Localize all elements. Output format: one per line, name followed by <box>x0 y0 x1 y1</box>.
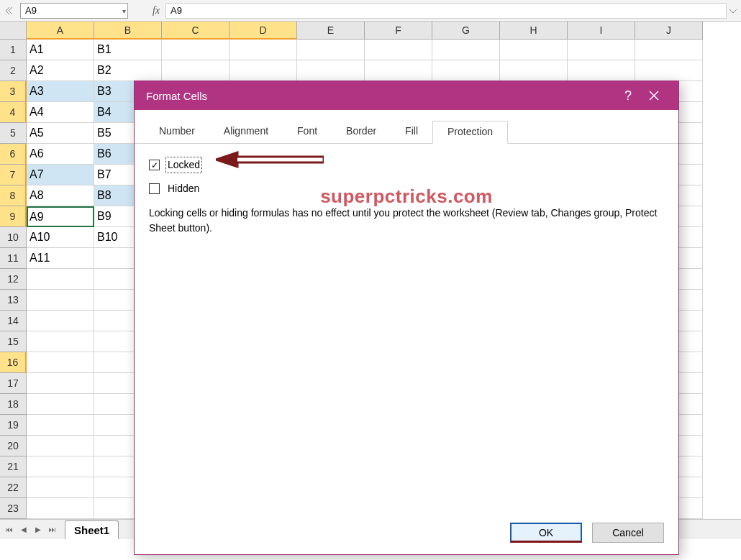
row-header-10[interactable]: 10 <box>0 227 27 248</box>
row-header-6[interactable]: 6 <box>0 144 27 165</box>
dialog-help-button[interactable]: ? <box>615 88 641 104</box>
cell-E1[interactable] <box>297 40 365 60</box>
cell-D2[interactable] <box>229 60 297 81</box>
row-header-2[interactable]: 2 <box>0 60 27 81</box>
locked-checkbox[interactable] <box>149 160 160 170</box>
row-header-9[interactable]: 9 <box>0 206 27 227</box>
cell-C1[interactable] <box>162 40 229 60</box>
cell-A15[interactable] <box>27 331 94 352</box>
cell-A22[interactable] <box>27 477 94 498</box>
row-header-17[interactable]: 17 <box>0 373 27 394</box>
cell-I2[interactable] <box>568 60 635 81</box>
tab-protection[interactable]: Protection <box>432 121 508 144</box>
hidden-checkbox[interactable] <box>149 183 160 194</box>
row-header-15[interactable]: 15 <box>0 331 27 352</box>
cell-A2[interactable]: A2 <box>27 60 94 81</box>
cell-A16[interactable] <box>27 352 94 373</box>
cell-A13[interactable] <box>27 290 94 311</box>
column-header-H[interactable]: H <box>500 22 568 40</box>
cell-A5[interactable]: A5 <box>27 123 94 144</box>
sheet-nav-first-icon[interactable]: ⏮ <box>3 523 16 536</box>
cell-A14[interactable] <box>27 311 94 331</box>
hidden-label[interactable]: Hidden <box>165 180 201 197</box>
row-header-7[interactable]: 7 <box>0 165 27 185</box>
sheet-nav-prev-icon[interactable]: ◀ <box>17 523 30 536</box>
cell-A4[interactable]: A4 <box>27 102 94 123</box>
row-header-23[interactable]: 23 <box>0 498 27 519</box>
cell-A21[interactable] <box>27 456 94 477</box>
cell-H1[interactable] <box>500 40 568 60</box>
cell-A6[interactable]: A6 <box>27 144 94 165</box>
fx-icon[interactable]: fx <box>153 5 160 17</box>
cell-A9[interactable]: A9 <box>27 206 94 227</box>
cell-J1[interactable] <box>635 40 703 60</box>
column-header-A[interactable]: A <box>27 22 94 40</box>
column-header-E[interactable]: E <box>297 22 365 40</box>
select-all-corner[interactable] <box>0 22 27 40</box>
ok-button[interactable]: OK <box>510 523 582 543</box>
tab-alignment[interactable]: Alignment <box>209 121 283 144</box>
row-header-8[interactable]: 8 <box>0 185 27 206</box>
row-header-19[interactable]: 19 <box>0 415 27 436</box>
tab-number[interactable]: Number <box>145 121 209 144</box>
row-header-16[interactable]: 16 <box>0 352 27 373</box>
row-header-1[interactable]: 1 <box>0 40 27 60</box>
cell-H2[interactable] <box>500 60 568 81</box>
row-header-18[interactable]: 18 <box>0 394 27 415</box>
cell-A12[interactable] <box>27 269 94 290</box>
column-header-J[interactable]: J <box>635 22 703 40</box>
formula-bar-expand-icon[interactable] <box>727 3 740 19</box>
tab-fill[interactable]: Fill <box>391 121 432 144</box>
column-header-D[interactable]: D <box>229 22 297 40</box>
cancel-button[interactable]: Cancel <box>592 523 664 543</box>
cell-A10[interactable]: A10 <box>27 227 94 248</box>
dialog-title-bar[interactable]: Format Cells ? <box>135 81 678 110</box>
cell-A8[interactable]: A8 <box>27 185 94 206</box>
locked-label[interactable]: Locked <box>165 157 202 173</box>
row-header-4[interactable]: 4 <box>0 102 27 123</box>
cell-G2[interactable] <box>432 60 500 81</box>
cell-E2[interactable] <box>297 60 365 81</box>
cell-D1[interactable] <box>229 40 297 60</box>
cell-A1[interactable]: A1 <box>27 40 94 60</box>
column-header-G[interactable]: G <box>432 22 500 40</box>
cell-J2[interactable] <box>635 60 703 81</box>
cell-A7[interactable]: A7 <box>27 165 94 185</box>
sheet-nav-last-icon[interactable]: ⏭ <box>46 523 59 536</box>
cell-F1[interactable] <box>365 40 432 60</box>
row-header-22[interactable]: 22 <box>0 477 27 498</box>
column-header-I[interactable]: I <box>568 22 635 40</box>
formula-input[interactable]: A9 <box>165 3 727 19</box>
column-header-B[interactable]: B <box>94 22 162 40</box>
cell-G1[interactable] <box>432 40 500 60</box>
dialog-close-button[interactable] <box>641 91 667 101</box>
cell-I1[interactable] <box>568 40 635 60</box>
column-header-C[interactable]: C <box>162 22 229 40</box>
row-header-14[interactable]: 14 <box>0 311 27 331</box>
tab-border[interactable]: Border <box>332 121 391 144</box>
cell-B1[interactable]: B1 <box>94 40 162 60</box>
cell-F2[interactable] <box>365 60 432 81</box>
tab-font[interactable]: Font <box>283 121 332 144</box>
cell-A23[interactable] <box>27 498 94 519</box>
name-box[interactable]: A9 ▾ <box>20 3 128 19</box>
row-header-5[interactable]: 5 <box>0 123 27 144</box>
sheet-nav-next-icon[interactable]: ▶ <box>32 523 45 536</box>
cell-C2[interactable] <box>162 60 229 81</box>
name-box-dropdown-icon[interactable]: ▾ <box>122 6 126 14</box>
row-header-11[interactable]: 11 <box>0 248 27 269</box>
sheet-tab-sheet1[interactable]: Sheet1 <box>65 520 119 539</box>
column-header-F[interactable]: F <box>365 22 432 40</box>
cell-A11[interactable]: A11 <box>27 248 94 269</box>
cell-A19[interactable] <box>27 415 94 436</box>
row-header-21[interactable]: 21 <box>0 456 27 477</box>
row-header-3[interactable]: 3 <box>0 81 27 102</box>
cell-A20[interactable] <box>27 436 94 456</box>
formula-bar-prev-icon[interactable] <box>2 3 17 19</box>
cell-A17[interactable] <box>27 373 94 394</box>
cell-A18[interactable] <box>27 394 94 415</box>
row-header-12[interactable]: 12 <box>0 269 27 290</box>
row-header-20[interactable]: 20 <box>0 436 27 456</box>
cell-A3[interactable]: A3 <box>27 81 94 102</box>
row-header-13[interactable]: 13 <box>0 290 27 311</box>
